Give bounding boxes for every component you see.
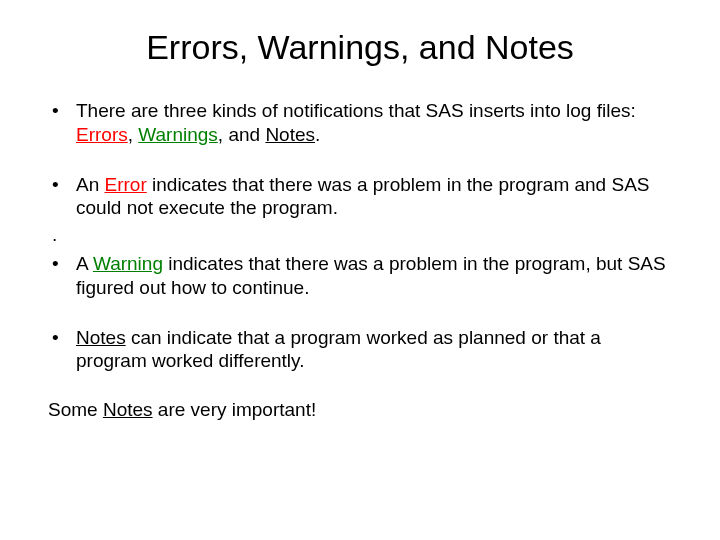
b1-sep1: , bbox=[128, 124, 139, 145]
bullet-text-4: Notes can indicate that a program worked… bbox=[76, 326, 672, 374]
b1-end: . bbox=[315, 124, 320, 145]
bullet-item-3: • A Warning indicates that there was a p… bbox=[48, 252, 672, 300]
b2-t1: An bbox=[76, 174, 105, 195]
bullet-mark: • bbox=[48, 326, 76, 374]
bullet-mark: • bbox=[48, 252, 76, 300]
b4-t1: can indicate that a program worked as pl… bbox=[76, 327, 601, 372]
notes-word: Notes bbox=[76, 327, 126, 348]
errors-word: Errors bbox=[76, 124, 128, 145]
bullet-item-4: • Notes can indicate that a program work… bbox=[48, 326, 672, 374]
b3-t1: A bbox=[76, 253, 93, 274]
b2-t2: indicates that there was a problem in th… bbox=[76, 174, 650, 219]
page-title: Errors, Warnings, and Notes bbox=[48, 28, 672, 67]
closing-t1: Some bbox=[48, 399, 103, 420]
warnings-word: Warnings bbox=[138, 124, 218, 145]
b3-t2: indicates that there was a problem in th… bbox=[76, 253, 666, 298]
bullet-item-1: • There are three kinds of notifications… bbox=[48, 99, 672, 147]
notes-word: Notes bbox=[103, 399, 153, 420]
bullet-mark: • bbox=[48, 173, 76, 221]
b1-sep2: , and bbox=[218, 124, 266, 145]
error-word: Error bbox=[105, 174, 147, 195]
closing-t2: are very important! bbox=[153, 399, 317, 420]
bullet-text-1: There are three kinds of notifications t… bbox=[76, 99, 672, 147]
bullet-text-3: A Warning indicates that there was a pro… bbox=[76, 252, 672, 300]
notes-word: Notes bbox=[265, 124, 315, 145]
b1-t1: There are three kinds of notifications t… bbox=[76, 100, 636, 121]
bullet-mark: • bbox=[48, 99, 76, 147]
warning-word: Warning bbox=[93, 253, 163, 274]
stray-dot: . bbox=[48, 224, 672, 246]
bullet-item-2: • An Error indicates that there was a pr… bbox=[48, 173, 672, 221]
bullet-text-2: An Error indicates that there was a prob… bbox=[76, 173, 672, 221]
closing-line: Some Notes are very important! bbox=[48, 399, 672, 421]
